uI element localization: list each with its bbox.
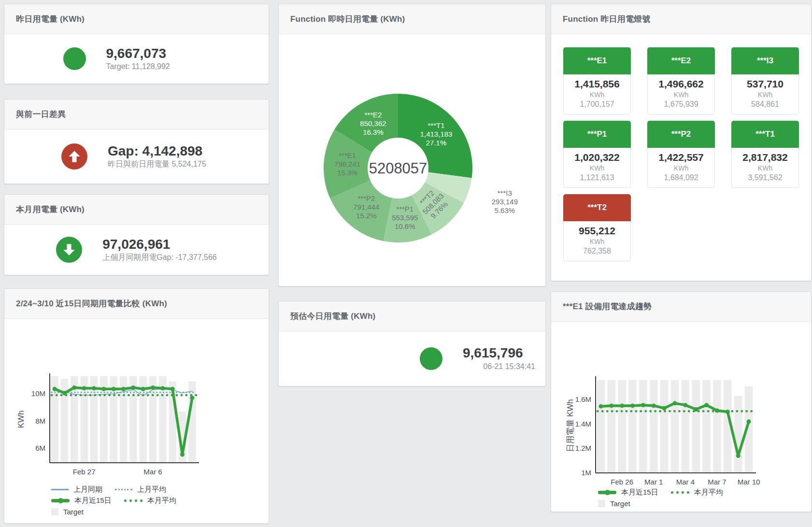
legend-swatch-thick-icon <box>598 491 616 494</box>
legend-label: 本月平均 <box>694 488 723 497</box>
stat-subtitle: Target: 11,128,992 <box>106 62 210 71</box>
data-point[interactable] <box>630 403 635 408</box>
data-point[interactable] <box>121 387 126 391</box>
panel-title: 本月用電量 (KWh) <box>16 204 85 215</box>
data-point[interactable] <box>112 387 116 391</box>
data-point[interactable] <box>620 403 624 408</box>
arrow-down-circle-icon <box>56 237 82 263</box>
data-point[interactable] <box>609 403 613 408</box>
target-bar <box>597 380 605 473</box>
legend-item[interactable]: 本月近15日 <box>598 488 658 497</box>
target-bar <box>618 380 626 473</box>
data-point[interactable] <box>190 396 194 400</box>
device-tile-value: 1,020,322 <box>565 151 629 164</box>
stat-value: 9,615,796 <box>463 346 535 360</box>
y-tick-label: 1M <box>581 469 591 477</box>
function-usage-donut-chart[interactable]: ***T11,413,18327.1%***I3293,1495.63%***T… <box>279 4 546 287</box>
panel-title: 昨日用電量 (KWh) <box>16 14 85 25</box>
device-tile: ***T12,817,832KWh3,591,562 <box>731 121 799 188</box>
panel-header[interactable]: Function 昨日用電燈號 <box>551 4 811 34</box>
device-tile-target: 762,358 <box>565 246 629 256</box>
data-point[interactable] <box>598 404 603 409</box>
device-tile-value: 1,415,856 <box>565 78 629 90</box>
legend-item[interactable]: Target <box>598 499 630 508</box>
data-point[interactable] <box>82 386 86 390</box>
arrow-down-icon <box>62 242 76 257</box>
device-tile: ***T2955,212KWh762,358 <box>563 194 631 261</box>
panel-title: 預估今日用電量 (KWh) <box>290 311 375 322</box>
stat-value: 97,026,961 <box>102 237 217 251</box>
y-tick-label: 10M <box>31 389 45 398</box>
device-tile-target: 584,861 <box>733 100 798 110</box>
x-tick-label: Mar 10 <box>738 478 760 486</box>
legend-label: 本月平均 <box>147 496 176 505</box>
legend-label: 上月同期 <box>73 485 102 494</box>
panel-header[interactable]: 昨日用電量 (KWh) <box>4 4 269 34</box>
data-point[interactable] <box>160 386 165 390</box>
legend-item[interactable]: 上月平均 <box>115 485 166 494</box>
data-point[interactable] <box>736 454 741 458</box>
status-circle-icon <box>63 47 86 70</box>
x-tick-label: Feb 26 <box>611 478 633 486</box>
device-tile-unit: KWh <box>565 90 629 100</box>
data-point[interactable] <box>53 387 57 391</box>
device-tile-unit: KWh <box>649 164 713 173</box>
device-tile-status: ***T2 <box>563 194 631 221</box>
x-tick-label: Mar 6 <box>143 468 162 476</box>
y-tick-label: 1.6M <box>575 395 591 403</box>
panel-header[interactable]: 與前一日差異 <box>4 100 269 129</box>
legend-item[interactable]: Target <box>51 508 84 516</box>
data-point[interactable] <box>662 406 667 410</box>
data-point[interactable] <box>171 387 175 391</box>
legend-item[interactable]: 本月平均 <box>671 488 723 497</box>
device-tile-target: 1,675,939 <box>649 100 713 110</box>
device-tile-unit: KWh <box>565 237 629 246</box>
data-point[interactable] <box>131 385 135 390</box>
panel-month-usage: 本月用電量 (KWh) 97,026,961 上個月同期用電Gap: -17,3… <box>4 194 269 275</box>
y-tick-label: 8M <box>35 417 45 425</box>
target-bar <box>734 396 742 473</box>
data-point[interactable] <box>673 401 677 405</box>
device-tile-unit: KWh <box>733 90 798 100</box>
panel-header[interactable]: 預估今日用電量 (KWh) <box>279 301 545 331</box>
device-tile-unit: KWh <box>565 164 629 173</box>
data-point[interactable] <box>652 403 656 408</box>
device-tile: ***I3537,710KWh584,861 <box>731 47 799 114</box>
data-point[interactable] <box>683 403 687 407</box>
data-point[interactable] <box>747 419 751 424</box>
target-bar <box>671 380 679 473</box>
data-point[interactable] <box>141 387 145 391</box>
panel-header[interactable]: 本月用電量 (KWh) <box>4 195 269 225</box>
e1-trend-line-chart[interactable]: 1M1.2M1.4M1.6MFeb 26Mar 1Mar 4Mar 7Mar 1… <box>551 292 812 513</box>
stat-subtitle: 上個月同期用電Gap: -17,377,566 <box>102 253 217 262</box>
arrow-up-icon <box>67 149 82 164</box>
legend-item[interactable]: 本月近15日 <box>51 496 112 505</box>
legend-swatch-dotted-thick-icon <box>124 499 142 502</box>
data-point[interactable] <box>180 453 185 457</box>
x-tick-label: Mar 1 <box>644 478 663 486</box>
legend-swatch-dotted-icon <box>115 489 132 490</box>
chart-legend[interactable]: 上月同期上月平均本月近15日本月平均Target <box>51 485 176 516</box>
data-point[interactable] <box>704 403 709 407</box>
device-tile-unit: KWh <box>649 90 713 100</box>
data-point[interactable] <box>72 385 76 390</box>
data-point[interactable] <box>151 385 155 390</box>
y-axis-label: KWh <box>16 411 26 428</box>
device-tile-status: ***E2 <box>647 47 715 74</box>
panel-title: Function 昨日用電燈號 <box>563 14 650 25</box>
legend-item[interactable]: 上月同期 <box>51 485 102 494</box>
panel-yesterday-usage: 昨日用電量 (KWh) 9,667,073 Target: 11,128,992 <box>4 4 269 84</box>
stat-subtitle: 昨日與前日用電量 5,524,175 <box>108 159 212 169</box>
legend-item[interactable]: 本月平均 <box>124 496 176 505</box>
device-tile-status: ***P2 <box>647 121 715 148</box>
dashboard: { "stat_cards": [ {"title":"昨日用電量 (KWh)"… <box>0 0 812 527</box>
data-point[interactable] <box>101 387 106 391</box>
legend-label: 上月平均 <box>137 485 166 494</box>
stat-subtitle: 06-21 15:34:41 <box>463 362 535 371</box>
data-point[interactable] <box>641 403 645 407</box>
device-tile-value: 537,710 <box>733 78 798 90</box>
device-tile-target: 3,591,562 <box>733 173 798 183</box>
data-point[interactable] <box>92 386 96 390</box>
donut-center-total: 5208057 <box>369 160 427 177</box>
chart-legend[interactable]: 本月近15日本月平均Target <box>598 488 723 508</box>
